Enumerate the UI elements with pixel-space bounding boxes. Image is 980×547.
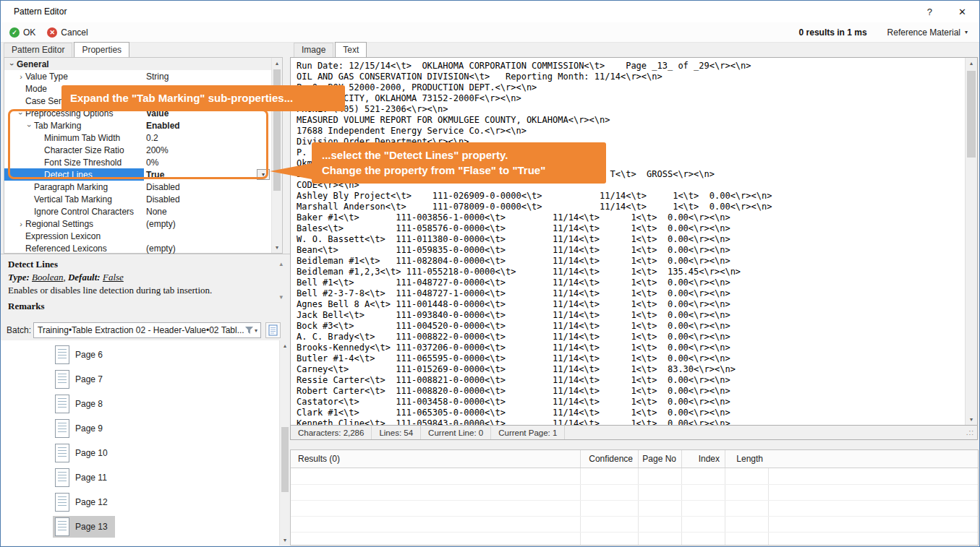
results-header-row: Results (0) Confidence Page No Index Len…: [291, 450, 978, 468]
status-lines: Lines: 54: [372, 426, 421, 439]
right-tab-strip: Image Text: [294, 43, 368, 57]
tab-pattern-editor[interactable]: Pattern Editor: [4, 43, 72, 57]
batch-combobox[interactable]: Training•Table Extraction 02 - Header-Va…: [33, 322, 261, 338]
property-row-ignore-control-characters[interactable]: Ignore Control Characters None: [4, 205, 271, 217]
chevron-down-icon[interactable]: ▾: [253, 327, 260, 334]
property-row-referenced-lexicons[interactable]: Referenced Lexicons (empty): [4, 242, 271, 254]
page-list-item-page-7[interactable]: Page 7: [1, 367, 290, 392]
scrollbar-thumb[interactable]: [281, 427, 289, 492]
description-remarks: Remarks: [8, 301, 273, 312]
page-thumbnail-icon: [55, 419, 69, 438]
page-list-item-page-8[interactable]: Page 8: [1, 392, 290, 416]
text-status-bar: Characters: 2,286 Lines: 54 Current Line…: [290, 426, 978, 440]
description-title: Detect Lines: [8, 259, 273, 270]
cancel-button[interactable]: ✕ Cancel: [47, 27, 88, 38]
tab-text[interactable]: Text: [335, 42, 367, 57]
property-row-expression-lexicon[interactable]: Expression Lexicon: [4, 230, 271, 242]
property-row-regional-settings[interactable]: ›Regional Settings (empty): [4, 217, 271, 230]
status-characters: Characters: 2,286: [291, 426, 372, 439]
toolbar-right-group: 0 results in 1 ms Reference Material ▾: [799, 27, 971, 38]
results-title: Results (0): [291, 450, 580, 468]
page-thumbnail-icon: [55, 517, 69, 536]
title-bar: Pattern Editor ? ✕: [1, 1, 979, 22]
scroll-down-icon[interactable]: ▾: [966, 414, 977, 425]
results-column-divider: [768, 468, 769, 545]
default-label: Default:: [68, 272, 101, 283]
chevron-collapsed-icon[interactable]: ›: [17, 220, 25, 228]
page-thumbnail-icon: [55, 345, 69, 364]
window-title: Pattern Editor: [14, 7, 67, 17]
page-list-item-page-12[interactable]: Page 12: [1, 490, 290, 514]
description-scroll-up-icon[interactable]: ▴: [279, 260, 283, 267]
cancel-button-label: Cancel: [61, 27, 88, 38]
property-row-value-type[interactable]: ›Value Type String: [4, 70, 271, 82]
page-thumbnail-icon: [55, 444, 69, 462]
text-view-panel: Run Date: 12/15/14<\t> OKLAHOMA CORPORAT…: [290, 57, 978, 426]
page-list-item-page-6[interactable]: Page 6: [1, 343, 290, 367]
chevron-expanded-icon[interactable]: ›: [8, 60, 17, 69]
scrollbar-thumb[interactable]: [967, 71, 976, 158]
scroll-down-icon[interactable]: ▾: [280, 535, 290, 546]
tutorial-callout-step2-line2: Change the property from "Flase" to "Tru…: [322, 163, 606, 178]
open-document-button[interactable]: [265, 322, 281, 338]
reference-material-label: Reference Material: [887, 27, 960, 38]
description-type-line: Type: Boolean, Default: False: [8, 272, 273, 283]
results-row-divider: [291, 532, 978, 533]
default-value-link[interactable]: False: [103, 272, 124, 283]
type-value-link[interactable]: Boolean: [32, 272, 63, 283]
reference-material-dropdown[interactable]: Reference Material ▾: [887, 27, 968, 38]
results-column-length[interactable]: Length: [725, 450, 768, 468]
results-column-confidence[interactable]: Confidence: [580, 450, 638, 468]
results-row-divider: [291, 484, 978, 485]
ok-button[interactable]: ✓ OK: [9, 27, 35, 38]
filter-funnel-icon[interactable]: [245, 327, 253, 334]
page-list-item-page-11[interactable]: Page 11: [1, 465, 290, 490]
page-thumbnail-icon: [55, 468, 69, 487]
results-panel: Results (0) Confidence Page No Index Len…: [290, 449, 979, 546]
page-thumbnail-icon: [55, 370, 69, 389]
ok-check-icon: ✓: [9, 27, 20, 38]
tutorial-callout-step2-line1: ...select the "Detect Lines" property.: [322, 147, 606, 163]
batch-label: Batch:: [7, 325, 31, 335]
scroll-up-icon[interactable]: ▴: [272, 58, 282, 69]
chevron-collapsed-icon[interactable]: ›: [17, 72, 25, 81]
scroll-up-icon[interactable]: ▴: [280, 340, 290, 351]
tab-image[interactable]: Image: [294, 43, 333, 57]
resize-grip-icon[interactable]: .::: [966, 428, 977, 436]
results-column-divider: [725, 468, 725, 545]
page-list-scrollbar[interactable]: ▴ ▾: [279, 340, 290, 546]
tutorial-callout-step2: ...select the "Detect Lines" property. C…: [312, 142, 606, 184]
property-row-vertical-tab-marking[interactable]: Vertical Tab Marking Disabled: [4, 193, 271, 205]
tutorial-callout-step1: Expand the "Tab Marking" sub-properties.…: [61, 85, 345, 111]
property-description-pane: Detect Lines Type: Boolean, Default: Fal…: [1, 254, 290, 320]
tab-marking-highlight-rectangle: [8, 109, 268, 179]
close-button[interactable]: ✕: [958, 7, 966, 17]
page-list-item-page-13[interactable]: Page 13: [1, 514, 290, 539]
recognized-text-content[interactable]: Run Date: 12/15/14<\t> OKLAHOMA CORPORAT…: [297, 61, 964, 425]
results-column-divider: [580, 468, 581, 545]
type-label: Type:: [8, 272, 30, 283]
page-list-item-page-10[interactable]: Page 10: [1, 441, 290, 465]
ok-button-label: OK: [23, 27, 35, 38]
pattern-editor-window: Pattern Editor ? ✕ ✓ OK ✕ Cancel 0 resul…: [0, 0, 980, 547]
left-tab-strip: Pattern Editor Properties: [4, 43, 131, 57]
scroll-down-icon[interactable]: ▾: [272, 242, 282, 253]
title-bar-buttons: ? ✕: [927, 7, 966, 17]
results-column-divider: [638, 468, 639, 545]
results-row-divider: [291, 500, 978, 501]
main-toolbar: ✓ OK ✕ Cancel 0 results in 1 ms Referenc…: [1, 22, 979, 43]
results-column-page-no[interactable]: Page No: [638, 450, 681, 468]
property-row-paragraph-marking[interactable]: Paragraph Marking Disabled: [4, 181, 271, 193]
description-scroll-down-icon[interactable]: ▾: [279, 293, 283, 301]
text-view-scrollbar[interactable]: ▴ ▾: [965, 58, 977, 425]
description-body: Enables or disables line detection durin…: [8, 285, 273, 296]
property-group-general[interactable]: ›General: [4, 58, 271, 70]
scroll-up-icon[interactable]: ▴: [966, 58, 977, 69]
results-column-index[interactable]: Index: [681, 450, 725, 468]
results-row-divider: [291, 516, 978, 517]
results-column-divider: [681, 468, 682, 545]
cancel-cross-icon: ✕: [47, 27, 57, 38]
page-list-item-page-9[interactable]: Page 9: [1, 416, 290, 441]
tab-properties[interactable]: Properties: [74, 42, 129, 57]
help-button[interactable]: ?: [927, 7, 932, 17]
